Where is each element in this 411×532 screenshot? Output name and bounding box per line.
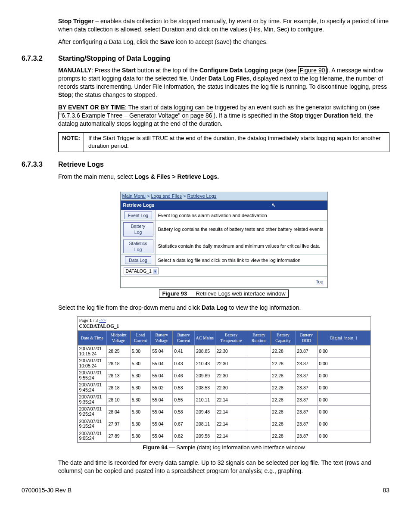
cell: 0.55 — [173, 394, 195, 406]
cell: 208.53 — [195, 382, 215, 394]
cell: 0.00 — [318, 345, 370, 357]
row-desc: Event log contains alarm activation and … — [156, 210, 327, 221]
column-header: Digital_input_1 — [318, 330, 370, 345]
breadcrumb-link[interactable]: Retrieve Logs — [187, 193, 217, 199]
data-log-table: Date & TimeMidpoint VoltageLoad CurrentB… — [78, 330, 371, 442]
cell: 27.89 — [107, 430, 130, 442]
cell: 209.58 — [195, 430, 215, 442]
breadcrumb-link[interactable]: Logs and Files — [151, 193, 182, 199]
cell: 209.69 — [195, 370, 215, 382]
cell: 5.30 — [130, 345, 151, 357]
column-header: Date & Time — [78, 330, 107, 345]
top-link[interactable]: Top — [316, 279, 324, 284]
cell: 5.30 — [130, 370, 151, 382]
cell — [247, 406, 271, 418]
next-page-link[interactable]: ->> — [99, 317, 106, 323]
cell: 0.67 — [173, 418, 195, 430]
cell: 55.04 — [151, 430, 173, 442]
figure-ref-90[interactable]: Figure 90 — [298, 66, 326, 74]
table-row: 2007/07/01 9:55:2428.135.3055.040.46209.… — [78, 370, 370, 382]
txt: After configuring a Data Log, click the — [58, 38, 160, 45]
cell: 22.28 — [271, 370, 296, 382]
column-header: Battery Capacity — [271, 330, 296, 345]
cell: 28.13 — [107, 370, 130, 382]
fig-title: — Sample (data) log information web inte… — [168, 444, 305, 451]
cell — [247, 394, 271, 406]
cell: 23.87 — [296, 345, 318, 357]
cell: 22.30 — [215, 345, 247, 357]
save-label: Save — [160, 38, 174, 45]
cell: 23.87 — [296, 418, 318, 430]
cell: 55.04 — [151, 394, 173, 406]
txt: ). If a time is specified in the — [213, 112, 290, 119]
cell: 0.00 — [318, 358, 370, 370]
cell: 22.30 — [215, 382, 247, 394]
table-row: Data Log Select a data log file and clic… — [121, 255, 327, 265]
para-summary: The date and time is recorded for every … — [22, 459, 389, 475]
column-header: Load Current — [130, 330, 151, 345]
cell: 0.00 — [318, 430, 370, 442]
event-log-button[interactable]: Event Log — [124, 212, 152, 219]
cell: 55.02 — [151, 382, 173, 394]
cell: 55.04 — [151, 406, 173, 418]
data-log-button[interactable]: Data Log — [125, 256, 151, 264]
txt: : Press the — [91, 67, 122, 74]
figure-94-window: Page 1 / 3 ->> CXCDATALOG_1 Date & TimeM… — [77, 316, 371, 443]
para-select-log: Select the log file from the drop-down m… — [22, 304, 389, 312]
table-row: DATALOG_1▾ — [121, 266, 327, 277]
note-body: If the Start Trigger is still TRUE at th… — [84, 133, 389, 152]
table-row: 2007/07/01 10:15:2428.255.3055.040.41208… — [78, 345, 370, 357]
section-ref-6736[interactable]: "6.7.3.6 Example Three – Generator Volta… — [58, 112, 213, 119]
cell: 208.85 — [195, 345, 215, 357]
row-desc: Select a data log file and click on this… — [156, 255, 327, 265]
column-header: Battery Runtime — [247, 330, 271, 345]
cell: 210.11 — [195, 394, 215, 406]
cell: 23.87 — [296, 358, 318, 370]
figure-93-caption: Figure 93 — Retrieve Logs web interface … — [58, 290, 389, 298]
cell: 55.04 — [151, 345, 173, 357]
cell: 22.14 — [215, 394, 247, 406]
page-footer: 0700015-J0 Rev B 83 — [22, 486, 389, 495]
cell: 0.43 — [173, 358, 195, 370]
cell — [247, 418, 271, 430]
cell: 22.14 — [215, 418, 247, 430]
cell: 55.04 — [151, 358, 173, 370]
by-event-label: BY EVENT OR BY TIME — [58, 104, 125, 111]
stop-trigger-text: – enables data collection to be stopped … — [58, 18, 389, 33]
datalog-dropdown[interactable]: DATALOG_1▾ — [124, 268, 159, 274]
txt: Select the log file from the drop-down m… — [58, 304, 202, 311]
secnum: 6.7.3.2 — [22, 54, 58, 63]
cursor-icon: ↖ — [271, 202, 276, 208]
cell: 2007/07/01 10:05:24 — [78, 358, 107, 370]
cell: 209.48 — [195, 406, 215, 418]
cell: 0.00 — [318, 382, 370, 394]
breadcrumb-link[interactable]: Main Menu — [122, 193, 146, 199]
cell: 0.41 — [173, 345, 195, 357]
data-log-label: Data Log — [202, 304, 227, 311]
statistics-log-button[interactable]: Statistics Log — [123, 240, 153, 253]
stop-trigger-label: Stop Trigger — [58, 18, 93, 25]
table-row: Battery Log Battery log contains the res… — [121, 221, 327, 238]
cell: 23.87 — [296, 370, 318, 382]
cell: 5.30 — [130, 382, 151, 394]
cell: 0.00 — [318, 418, 370, 430]
column-header: AC Mains — [195, 330, 215, 345]
cell: 27.97 — [107, 418, 130, 430]
cell: 23.87 — [296, 406, 318, 418]
row-desc: Statistics contain the daily maximum and… — [156, 238, 327, 255]
cell — [247, 345, 271, 357]
panel-title-text: Retrieve Logs — [123, 202, 155, 208]
panel-title: Retrieve Logs ↖ — [121, 201, 327, 210]
para-stop-trigger: Stop Trigger – enables data collection t… — [22, 17, 389, 34]
cell: 22.28 — [271, 345, 296, 357]
cell: 22.28 — [271, 382, 296, 394]
txt: : The start of data logging can be trigg… — [125, 104, 380, 111]
cell: 28.18 — [107, 358, 130, 370]
sectitle: Retrieve Logs — [58, 160, 104, 169]
retrieve-logs-table: Event Log Event log contains alarm activ… — [121, 210, 327, 288]
manually-label: MANUALLY — [58, 67, 91, 74]
para-by-event: BY EVENT OR BY TIME: The start of data l… — [22, 103, 389, 128]
battery-log-button[interactable]: Battery Log — [123, 222, 153, 236]
column-header: Battery Temperature — [215, 330, 247, 345]
txt: button at the top of the — [136, 67, 199, 74]
